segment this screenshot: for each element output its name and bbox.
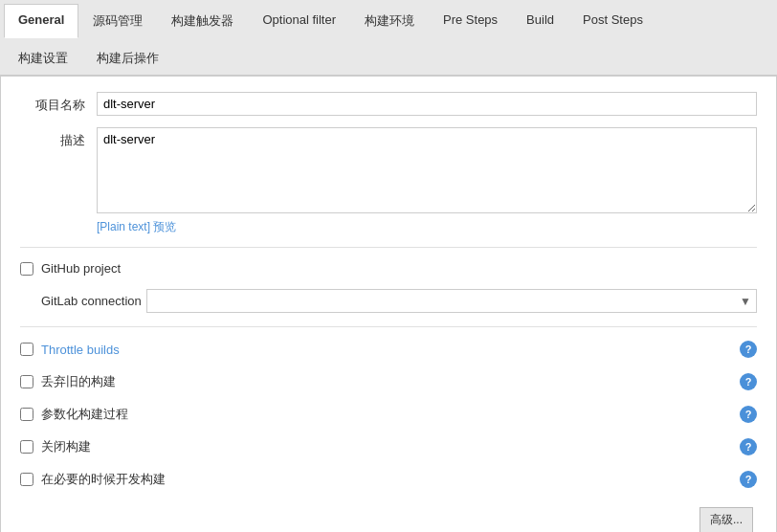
checkbox-1[interactable] bbox=[20, 375, 33, 388]
checkbox-row-4: 在必要的时候开发构建 ? bbox=[20, 467, 757, 492]
checkbox-label-0: Throttle builds bbox=[41, 343, 734, 357]
description-field: dlt-server [Plain text] 预览 bbox=[97, 127, 757, 235]
description-textarea[interactable]: dlt-server bbox=[97, 127, 757, 213]
checkbox-row-2: 参数化构建过程 ? bbox=[20, 402, 757, 427]
tab-source[interactable]: 源码管理 bbox=[78, 4, 157, 37]
help-icon-4[interactable]: ? bbox=[740, 471, 757, 488]
checkbox-4[interactable] bbox=[20, 473, 33, 486]
tab-general[interactable]: General bbox=[4, 4, 78, 38]
separator-2 bbox=[20, 326, 757, 327]
plain-text-link[interactable]: [Plain text] bbox=[97, 220, 150, 233]
project-name-field bbox=[97, 92, 757, 116]
checkbox-label-2: 参数化构建过程 bbox=[41, 406, 734, 423]
tab-build-env[interactable]: 构建环境 bbox=[350, 4, 429, 37]
github-label: GitHub project bbox=[41, 261, 121, 276]
help-icon-2[interactable]: ? bbox=[740, 406, 757, 423]
github-row: GitHub project bbox=[20, 257, 757, 279]
preview-link[interactable]: 预览 bbox=[153, 220, 176, 233]
checkbox-row-0: Throttle builds ? bbox=[20, 337, 757, 362]
main-container: General 源码管理 构建触发器 Optional filter 构建环境 … bbox=[0, 0, 777, 532]
help-icon-0[interactable]: ? bbox=[740, 341, 757, 358]
github-checkbox[interactable] bbox=[20, 262, 33, 276]
checkbox-row-3: 关闭构建 ? bbox=[20, 434, 757, 459]
tab-row-2: 构建设置 构建后操作 bbox=[4, 37, 773, 75]
tab-pre-steps[interactable]: Pre Steps bbox=[429, 4, 512, 37]
description-label: 描述 bbox=[20, 127, 97, 149]
tab-post-steps[interactable]: Post Steps bbox=[568, 4, 657, 37]
gitlab-select[interactable] bbox=[146, 289, 757, 313]
gitlab-label: GitLab connection bbox=[41, 294, 146, 308]
gitlab-row: GitLab connection ▼ bbox=[20, 285, 757, 317]
separator-1 bbox=[20, 247, 757, 248]
content-area: 项目名称 描述 dlt-server [Plain text] 预览 GitHu… bbox=[0, 76, 777, 532]
checkbox-2[interactable] bbox=[20, 408, 33, 421]
gitlab-select-wrapper: ▼ bbox=[146, 289, 757, 313]
checkbox-row-1: 丢弃旧的构建 ? bbox=[20, 369, 757, 394]
bottom-bar: 高级... bbox=[20, 499, 757, 532]
checkbox-label-3: 关闭构建 bbox=[41, 438, 734, 455]
checkbox-label-4: 在必要的时候开发构建 bbox=[41, 471, 734, 488]
advanced-button[interactable]: 高级... bbox=[699, 507, 753, 532]
tab-build[interactable]: Build bbox=[512, 4, 568, 37]
project-name-input[interactable] bbox=[97, 92, 757, 116]
tab-bar: General 源码管理 构建触发器 Optional filter 构建环境 … bbox=[0, 0, 777, 76]
tab-build-settings[interactable]: 构建设置 bbox=[4, 41, 82, 75]
checkbox-3[interactable] bbox=[20, 440, 33, 454]
tab-build-trigger[interactable]: 构建触发器 bbox=[157, 4, 248, 37]
description-row: 描述 dlt-server [Plain text] 预览 bbox=[20, 127, 757, 235]
description-hint: [Plain text] 预览 bbox=[97, 219, 757, 235]
checkbox-label-1: 丢弃旧的构建 bbox=[41, 373, 734, 390]
checkbox-0[interactable] bbox=[20, 343, 33, 356]
tab-optional-filter[interactable]: Optional filter bbox=[248, 4, 350, 37]
project-name-row: 项目名称 bbox=[20, 92, 757, 116]
tab-post-build[interactable]: 构建后操作 bbox=[82, 41, 173, 75]
project-name-label: 项目名称 bbox=[20, 92, 97, 114]
help-icon-3[interactable]: ? bbox=[740, 438, 757, 455]
help-icon-1[interactable]: ? bbox=[740, 373, 757, 390]
tab-row-1: General 源码管理 构建触发器 Optional filter 构建环境 … bbox=[4, 0, 773, 37]
